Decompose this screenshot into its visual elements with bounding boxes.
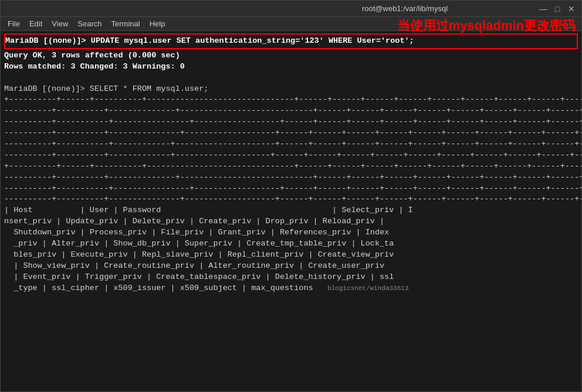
table-header-cont2: Shutdown_priv | Process_priv | File_priv…: [4, 227, 578, 238]
table-dashes-7: ----------+-----------+----------------+…: [4, 183, 578, 195]
table-dashes-5: ----------+----------+-------------+----…: [4, 150, 578, 161]
menu-search[interactable]: Search: [73, 18, 106, 29]
menu-help[interactable]: Help: [145, 18, 170, 29]
menu-view[interactable]: View: [47, 18, 73, 29]
menu-bar: File Edit View Search Terminal Help 当使用过…: [1, 17, 581, 31]
output-line-2: Rows matched: 3 Changed: 3 Warnings: 0: [4, 62, 578, 73]
table-dashes-3: ----------+----------+---------------+--…: [4, 128, 578, 139]
table-dashes-1: ----------+----------+--------------+---…: [4, 105, 578, 117]
menu-file[interactable]: File: [3, 18, 25, 29]
menu-terminal[interactable]: Terminal: [107, 18, 145, 29]
highlighted-command: MariaDB [(none)]> UPDATE mysql.user SET …: [4, 33, 578, 49]
window-controls: — □ ✕: [538, 4, 577, 14]
table-dashes-8: ----------+----------+---------------+--…: [4, 194, 578, 205]
table-header-cont7: _type | ssl_cipher | x509_issuer | x509_…: [4, 283, 578, 294]
table-dashes-2: ----------+-----------+----------------+…: [4, 117, 578, 128]
table-header-cont4: bles_priv | Execute_priv | Repl_slave_pr…: [4, 250, 578, 261]
maximize-button[interactable]: □: [552, 4, 563, 14]
terminal-body[interactable]: MariaDB [(none)]> UPDATE mysql.user SET …: [1, 31, 581, 391]
table-border-1: +----------+------+----------+----------…: [4, 94, 578, 105]
annotation-text: 当使用过mysqladmin更改密码: [397, 17, 576, 35]
minimize-button[interactable]: —: [538, 4, 549, 14]
menu-edit[interactable]: Edit: [25, 18, 47, 29]
table-dashes-4: ----------+-----------+------------+----…: [4, 139, 578, 150]
output-blank-1: [4, 73, 578, 84]
close-button[interactable]: ✕: [566, 4, 577, 14]
table-dashes-6: ----------+----------+--------------+---…: [4, 172, 578, 183]
title-bar: root@web1:/var/lib/mysql — □ ✕: [1, 1, 581, 17]
table-header-cont5: | Show_view_priv | Create_routine_priv |…: [4, 261, 578, 272]
output-line-1: Query OK, 3 rows affected (0.000 sec): [4, 50, 578, 62]
table-header-cont3: _priv | Alter_priv | Show_db_priv | Supe…: [4, 238, 578, 250]
table-header: | Host | User | Password | Select_priv |…: [4, 205, 578, 216]
output-select: MariaDB [(none)]> SELECT * FROM mysql.us…: [4, 84, 578, 95]
window-title: root@web1:/var/lib/mysql: [272, 4, 538, 13]
table-header-cont1: nsert_priv | Update_priv | Delete_priv |…: [4, 216, 578, 227]
terminal-window: root@web1:/var/lib/mysql — □ ✕ File Edit…: [0, 0, 582, 392]
table-header-cont6: | Event_priv | Trigger_priv | Create_tab…: [4, 272, 578, 283]
table-border-2: +----------+------+----------+----------…: [4, 161, 578, 172]
